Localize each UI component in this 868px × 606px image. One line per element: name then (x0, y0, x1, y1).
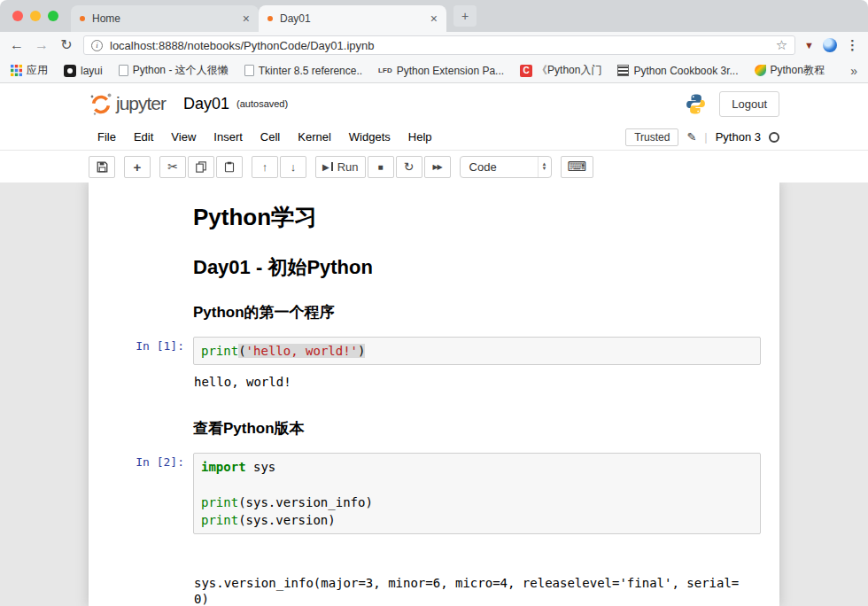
restart-kernel-button[interactable]: ↻ (396, 156, 422, 178)
plus-icon: + (134, 159, 142, 175)
code-cell-2[interactable]: In [2]: import sys print(sys.version_inf… (101, 447, 767, 606)
bookmark-tkinter-reference[interactable]: Tkinter 8.5 reference.. (244, 65, 362, 77)
lfd-icon: LFD (378, 66, 392, 74)
bookmark-label: Python教程 (771, 63, 825, 78)
notebook-toolbar: + ✂ ↑ ↓ ▶ Run ■ ↻ (0, 151, 868, 183)
restart-run-all-button[interactable]: ▶▶ (424, 156, 451, 178)
bookmarks-overflow-icon[interactable]: » (850, 64, 857, 78)
reload-icon[interactable]: ↻ (58, 38, 74, 52)
move-cell-up-button[interactable]: ↑ (252, 156, 278, 178)
tab-strip: Home × Day01 × + (0, 0, 868, 32)
output-line: sys.version_info(major=3, minor=6, micro… (194, 575, 745, 606)
add-cell-button[interactable]: + (124, 156, 151, 178)
notebook-menubar: File Edit View Insert Cell Kernel Widget… (0, 124, 868, 151)
menu-cell[interactable]: Cell (252, 127, 289, 147)
notebook-container: Python学习 Day01 - 初始Python Python的第一个程序 I… (89, 183, 779, 606)
close-tab-icon[interactable]: × (430, 12, 438, 25)
kernel-idle-indicator-icon (769, 132, 779, 143)
markdown-cell-h3a[interactable]: Python的第一个程序 (101, 291, 767, 331)
pencil-icon: ✎ (686, 130, 696, 144)
cut-cell-button[interactable]: ✂ (159, 156, 186, 178)
page-info-icon[interactable]: i (91, 40, 103, 51)
bookmark-label: 应用 (27, 63, 48, 78)
menu-edit[interactable]: Edit (125, 127, 162, 147)
dropdown-stepper-icon: ▲▼ (538, 157, 551, 177)
copy-cell-button[interactable] (188, 156, 214, 178)
markdown-cell-h3b[interactable]: 查看Python版本 (101, 408, 767, 447)
bookmark-label: Python Extension Pa... (397, 65, 504, 77)
jupyter-logo[interactable]: jupyter (89, 91, 166, 116)
logout-button[interactable]: Logout (719, 91, 779, 117)
close-window-button[interactable] (12, 11, 23, 21)
markdown-cell-h2[interactable]: Day01 - 初始Python (101, 244, 767, 291)
python-logo-icon (685, 93, 707, 115)
command-palette-button[interactable]: ⌨ (561, 156, 594, 178)
jupyter-header: jupyter Day01 (autosaved) Logout (0, 83, 868, 124)
extension-globe-icon[interactable] (823, 38, 837, 52)
menu-kernel[interactable]: Kernel (289, 127, 340, 147)
scissors-icon: ✂ (167, 159, 178, 174)
play-icon: ▶ (322, 162, 329, 172)
bookmark-python-intro[interactable]: C 《Python入门 (520, 63, 601, 78)
notebook-scroll-area[interactable]: Python学习 Day01 - 初始Python Python的第一个程序 I… (0, 183, 868, 606)
traffic-lights (12, 11, 58, 21)
prompt-spacer (106, 413, 193, 442)
menu-help[interactable]: Help (399, 127, 441, 147)
menu-widgets[interactable]: Widgets (340, 127, 399, 147)
back-icon[interactable]: ← (9, 38, 25, 52)
menu-file[interactable]: File (89, 127, 125, 147)
bookmark-layui[interactable]: layui (64, 65, 103, 77)
save-button[interactable] (89, 156, 115, 178)
address-bar: ← → ↻ i localhost:8888/notebooks/PythonC… (0, 32, 868, 58)
forward-icon[interactable]: → (34, 38, 50, 52)
cell-type-dropdown[interactable]: Code ▲▼ (460, 156, 552, 178)
code-input-area[interactable]: import sys print(sys.version_info) print… (193, 453, 761, 534)
heading-python-study: Python学习 (193, 202, 761, 233)
bookmarks-bar: 应用 layui Python - 这个人很懒 Tkinter 8.5 refe… (0, 58, 868, 83)
notebook-title[interactable]: Day01 (183, 95, 229, 113)
interrupt-kernel-button[interactable]: ■ (368, 156, 394, 178)
paste-cell-button[interactable] (216, 156, 243, 178)
bookmark-python-blog[interactable]: Python - 这个人很懒 (119, 63, 229, 78)
cell-type-value: Code (469, 160, 497, 174)
stop-icon: ■ (378, 162, 384, 172)
bookmark-python-extension[interactable]: LFD Python Extension Pa... (378, 65, 504, 77)
checkpoint-status: (autosaved) (236, 98, 288, 109)
prompt-spacer (106, 198, 193, 238)
step-bar-icon (331, 162, 333, 171)
menu-insert[interactable]: Insert (205, 127, 252, 147)
heading-day01: Day01 - 初始Python (193, 254, 761, 281)
close-tab-icon[interactable]: × (243, 12, 250, 25)
code-input-area[interactable]: print('hello, world!') (193, 337, 761, 365)
menu-view[interactable]: View (162, 127, 205, 147)
zoom-window-button[interactable] (48, 11, 58, 21)
bookmark-apps[interactable]: 应用 (11, 63, 48, 78)
fast-forward-icon: ▶▶ (432, 163, 441, 171)
tab-home[interactable]: Home × (71, 5, 259, 32)
browser-menu-icon[interactable]: ⋮ (846, 37, 859, 53)
extension-icon[interactable]: ▼ (804, 40, 814, 50)
code-cell-1[interactable]: In [1]: print('hello, world!') hello, wo… (101, 331, 767, 408)
bookmark-star-icon[interactable]: ☆ (776, 37, 787, 53)
run-cell-button[interactable]: ▶ Run (315, 156, 366, 178)
omnibox[interactable]: i localhost:8888/notebooks/PythonCode/Da… (83, 35, 795, 55)
input-prompt: In [2]: (106, 453, 193, 534)
plus-icon: + (461, 9, 469, 23)
kernel-name: Python 3 (716, 130, 761, 144)
tab-day01[interactable]: Day01 × (259, 5, 446, 32)
trusted-badge: Trusted (625, 128, 678, 146)
save-icon (97, 161, 108, 173)
new-tab-button[interactable]: + (453, 5, 477, 27)
move-cell-down-button[interactable]: ↓ (280, 156, 306, 178)
arrow-up-icon: ↑ (262, 160, 268, 174)
jupyter-logo-text: jupyter (116, 93, 166, 114)
run-label: Run (337, 160, 359, 174)
url-text[interactable]: localhost:8888/notebooks/PythonCode/Day0… (110, 39, 769, 52)
markdown-cell-h1[interactable]: Python学习 (101, 193, 767, 244)
minimize-window-button[interactable] (30, 11, 41, 21)
bookmark-python-tutorial[interactable]: Python教程 (755, 63, 825, 78)
tab-title: Home (92, 12, 236, 25)
bookmark-python-cookbook[interactable]: Python Cookbook 3r... (617, 65, 738, 77)
page-icon (119, 65, 128, 76)
output-prompt-spacer (106, 538, 193, 606)
